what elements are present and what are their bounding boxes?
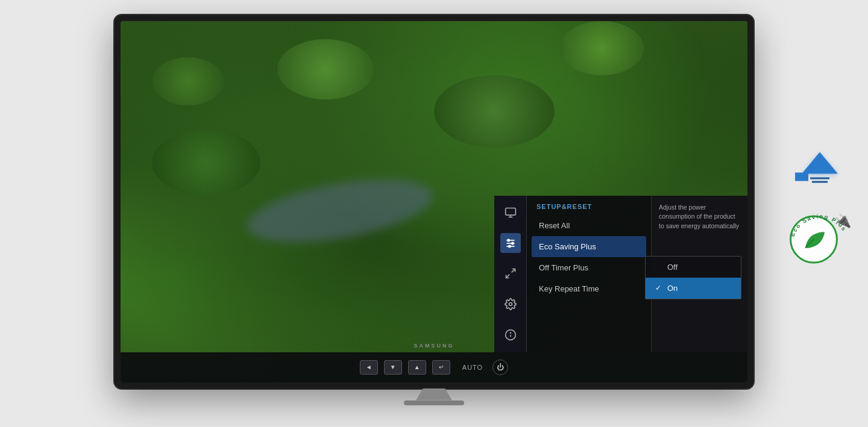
on-checkmark: ✓ xyxy=(655,284,662,292)
ctrl-btn-down[interactable]: ▼ xyxy=(384,360,402,375)
osd-sidebar xyxy=(494,196,527,352)
svg-point-8 xyxy=(508,245,510,247)
menu-item-key-repeat-time[interactable]: Key Repeat Time xyxy=(532,278,646,299)
osd-controls-bar: ◄ ▼ ▲ ↵ AUTO ⏻ xyxy=(121,352,747,382)
svg-point-11 xyxy=(509,303,512,306)
tv-frame: SETUP&RESET Reset All Eco Saving Plus Of… xyxy=(115,15,753,388)
osd-header: SETUP&RESET xyxy=(527,196,651,215)
eco-arrow-stem xyxy=(795,172,808,181)
tv-container: SETUP&RESET Reset All Eco Saving Plus Of… xyxy=(102,15,766,413)
ctrl-btn-enter[interactable]: ↵ xyxy=(432,360,450,375)
arrow-line-2 xyxy=(812,181,828,182)
eco-badge-container: 🔌 Eco Saving Plus xyxy=(790,215,850,275)
eco-branding: 🔌 Eco Saving Plus xyxy=(790,152,850,275)
tree-canopy-4 xyxy=(559,21,644,75)
sidebar-icon-settings[interactable] xyxy=(500,295,521,314)
ctrl-btn-up[interactable]: ▲ xyxy=(408,360,426,375)
samsung-logo: SAMSUNG xyxy=(414,343,454,349)
svg-line-9 xyxy=(511,269,515,273)
menu-item-eco-saving-plus[interactable]: Eco Saving Plus xyxy=(532,236,646,257)
svg-point-7 xyxy=(511,242,513,244)
tree-canopy-3 xyxy=(434,75,555,148)
sidebar-icon-adjustment[interactable] xyxy=(500,233,521,253)
eco-arrow-container xyxy=(802,152,838,185)
svg-line-10 xyxy=(506,275,509,278)
osd-info-text: Adjust the power consumption of the prod… xyxy=(659,203,740,231)
tv-base xyxy=(404,401,464,405)
tv-stand xyxy=(416,388,452,401)
tree-canopy-5 xyxy=(152,129,260,196)
dropdown-item-off[interactable]: Off xyxy=(646,257,741,278)
eco-saving-dropdown: Off ✓ On xyxy=(645,256,741,299)
ctrl-auto-label[interactable]: AUTO xyxy=(462,364,483,371)
ctrl-power-button[interactable]: ⏻ xyxy=(492,360,508,375)
svg-point-6 xyxy=(508,239,509,241)
menu-item-reset-all[interactable]: Reset All xyxy=(532,215,646,236)
svg-text:Eco Saving Plus: Eco Saving Plus xyxy=(789,213,848,237)
menu-item-off-timer-plus[interactable]: Off Timer Plus xyxy=(532,257,646,278)
tree-canopy-2 xyxy=(277,39,374,99)
osd-menu: SETUP&RESET Reset All Eco Saving Plus Of… xyxy=(494,196,747,352)
sidebar-icon-info[interactable] xyxy=(500,325,521,345)
dropdown-item-on[interactable]: ✓ On xyxy=(646,278,741,299)
osd-menu-items: Reset All Eco Saving Plus Off Timer Plus… xyxy=(527,215,651,352)
tv-screen: SETUP&RESET Reset All Eco Saving Plus Of… xyxy=(121,21,747,382)
svg-rect-0 xyxy=(505,208,515,215)
arrow-line-1 xyxy=(810,177,829,179)
sidebar-icon-display[interactable] xyxy=(500,203,521,223)
tree-canopy-1 xyxy=(152,57,224,105)
ctrl-btn-left[interactable]: ◄ xyxy=(360,360,378,375)
eco-circular-text: Eco Saving Plus xyxy=(784,209,856,281)
eco-arrow-up xyxy=(802,152,838,173)
osd-main: SETUP&RESET Reset All Eco Saving Plus Of… xyxy=(527,196,651,352)
sidebar-icon-screen[interactable] xyxy=(500,264,521,284)
